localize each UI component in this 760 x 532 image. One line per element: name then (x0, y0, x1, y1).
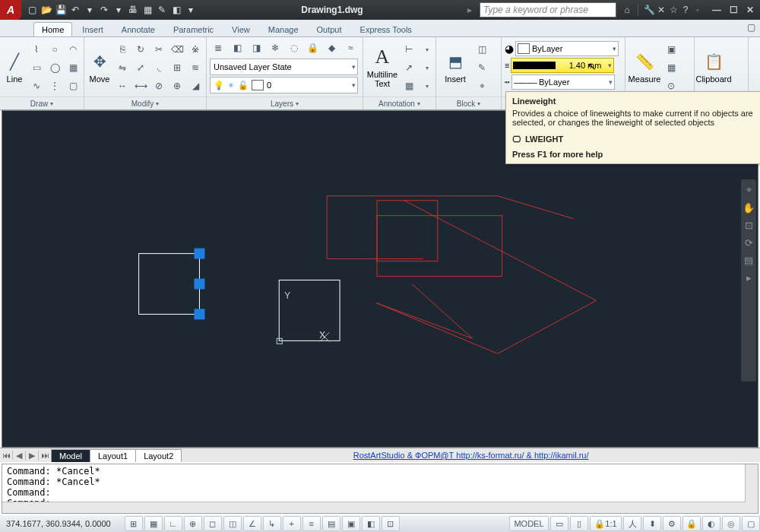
table-icon[interactable]: ▦ (400, 77, 418, 95)
rectangle-icon[interactable]: ▭ (27, 59, 46, 77)
tab-home[interactable]: Home (33, 22, 72, 36)
lineweight-combo[interactable]: 1.40 mm▾ ↖ (511, 58, 614, 73)
qp-icon[interactable]: ▣ (342, 516, 360, 531)
layer-lock-icon[interactable]: 🔒 (304, 39, 321, 57)
copy-icon[interactable]: ⎘ (113, 40, 131, 59)
linetype-icon[interactable]: ┉ (505, 78, 510, 87)
spline-icon[interactable]: ∿ (27, 77, 46, 95)
ribbon-collapse-icon[interactable]: ▢ (742, 18, 760, 36)
new-icon[interactable]: ▢ (26, 4, 38, 16)
ducs-icon[interactable]: ↳ (263, 516, 281, 531)
panel-layers-title[interactable]: Layers▾ (207, 97, 363, 109)
circle-icon[interactable]: ○ (46, 40, 64, 59)
create-block-icon[interactable]: ◫ (473, 40, 491, 59)
array-icon[interactable]: ⊞ (168, 59, 186, 77)
stretch-icon[interactable]: ↔ (113, 77, 131, 95)
save-icon[interactable]: 💾 (55, 4, 67, 16)
dyn-icon[interactable]: + (283, 516, 301, 531)
sc-icon[interactable]: ◧ (362, 516, 380, 531)
otrack-icon[interactable]: ∠ (243, 516, 261, 531)
layer-current-combo[interactable]: 💡☀🔓0▾ (210, 77, 358, 93)
hatch-icon[interactable]: ▦ (64, 59, 82, 77)
tab-view[interactable]: View (223, 22, 258, 36)
maximize-button[interactable]: ☐ (727, 5, 740, 15)
mirror-icon[interactable]: ⇋ (113, 59, 131, 77)
anno-scale[interactable]: 🔒 1:1 (590, 516, 622, 531)
ellipse-icon[interactable]: ◯ (46, 59, 64, 77)
steering-wheel-icon[interactable]: ⌖ (746, 184, 752, 196)
grid-icon[interactable]: ▦ (144, 516, 163, 531)
ortho-icon[interactable]: ∟ (164, 516, 182, 531)
toolbar-lock-icon[interactable]: 🔒 (682, 516, 701, 531)
mtext-button[interactable]: AMultiline Text (366, 40, 398, 93)
hardware-accel-icon[interactable]: ◐ (702, 516, 720, 531)
cmd-hscroll[interactable] (2, 502, 746, 513)
search-input[interactable]: Type a keyword or phrase (480, 2, 616, 17)
color-wheel-icon[interactable]: ◕ (505, 43, 514, 55)
fillet-icon[interactable]: ◟ (150, 59, 168, 77)
chamfer-icon[interactable]: ◢ (186, 77, 204, 95)
redo-history-icon[interactable]: ▾ (112, 4, 125, 16)
attr-edit-icon[interactable]: ⌖ (473, 77, 491, 95)
erase-icon[interactable]: ⌫ (168, 40, 186, 59)
space-toggle[interactable]: MODEL (509, 516, 549, 531)
3dosnap-icon[interactable]: ◫ (223, 516, 242, 531)
clean-screen-icon[interactable]: ▢ (742, 516, 760, 531)
snap-icon[interactable]: ⊞ (125, 516, 143, 531)
layer-state-combo[interactable]: Unsaved Layer State▾ (210, 59, 358, 75)
rotate-icon[interactable]: ↻ (131, 40, 150, 59)
quickview-drawings-icon[interactable]: ▯ (570, 516, 588, 531)
panel-modify-title[interactable]: Modify▾ (84, 97, 206, 109)
layout-next-icon[interactable]: ▶ (26, 451, 39, 461)
arc-icon[interactable]: ◠ (64, 40, 82, 59)
undo-history-icon[interactable]: ▾ (84, 4, 96, 16)
layer-iso-icon[interactable]: ◨ (248, 39, 265, 57)
paste-button[interactable]: 📋Clipboard (698, 40, 730, 93)
region-icon[interactable]: ▢ (64, 77, 82, 95)
pan-icon[interactable]: ✋ (743, 202, 755, 214)
dimension-icon[interactable]: ⊢ (400, 40, 418, 59)
table-drop-icon[interactable]: ▾ (418, 77, 436, 95)
tab-manage[interactable]: Manage (260, 22, 307, 36)
command-window[interactable]: Command: *Cancel* Command: *Cancel* Comm… (2, 464, 758, 514)
quick-calc-icon[interactable]: ▦ (662, 59, 680, 77)
line-button[interactable]: ╱Line (3, 40, 26, 93)
layout-first-icon[interactable]: ⏮ (0, 451, 13, 460)
osnap-icon[interactable]: ◻ (204, 516, 222, 531)
app-logo[interactable]: A (0, 0, 21, 20)
explode-icon[interactable]: ※ (186, 40, 204, 59)
panel-annotation-title[interactable]: Annotation▾ (363, 97, 435, 109)
measure-button[interactable]: 📏Measure (629, 40, 660, 93)
layer-off-icon[interactable]: ◌ (286, 39, 303, 57)
join-icon[interactable]: ⊕ (168, 77, 186, 95)
am-icon[interactable]: ⊡ (382, 516, 400, 531)
offset-icon[interactable]: ≋ (186, 59, 204, 77)
layout-prev-icon[interactable]: ◀ (13, 451, 26, 461)
layout-last-icon[interactable]: ⏭ (39, 451, 52, 460)
help-drop-icon[interactable]: ▾ (692, 4, 704, 16)
isolate-icon[interactable]: ◎ (722, 516, 740, 531)
close-button[interactable]: ✕ (743, 5, 757, 15)
leader-drop-icon[interactable]: ▾ (418, 59, 436, 77)
break-icon[interactable]: ⊘ (150, 77, 168, 95)
showmotion-icon[interactable]: ▤ (744, 255, 753, 266)
lwt-icon[interactable]: ≡ (302, 516, 321, 531)
print-icon[interactable]: 🖶 (127, 4, 139, 16)
redo-icon[interactable]: ↷ (98, 4, 110, 16)
infocenter-icon[interactable]: ⌂ (621, 4, 633, 16)
color-combo[interactable]: ByLayer▾ (515, 41, 619, 56)
anno-vis-icon[interactable]: 人 (623, 516, 641, 531)
panel-block-title[interactable]: Block▾ (436, 97, 501, 109)
publish-icon[interactable]: ✎ (156, 4, 168, 16)
select-all-icon[interactable]: ▣ (662, 40, 680, 59)
lineweight-icon[interactable]: ≡ (505, 61, 509, 70)
dim-drop-icon[interactable]: ▾ (418, 40, 436, 59)
trim-icon[interactable]: ✂ (150, 40, 168, 59)
cmd-vscroll[interactable] (745, 464, 758, 513)
tab-parametric[interactable]: Parametric (165, 22, 222, 36)
ad-link[interactable]: RostArtStudio & ФОРМ@Т http://ks-format.… (182, 451, 760, 460)
properties-icon[interactable]: ◧ (170, 4, 182, 16)
qat-more-icon[interactable]: ▾ (185, 4, 197, 16)
nav-collapse-icon[interactable]: ▸ (746, 272, 752, 283)
minimize-button[interactable]: — (710, 5, 724, 15)
